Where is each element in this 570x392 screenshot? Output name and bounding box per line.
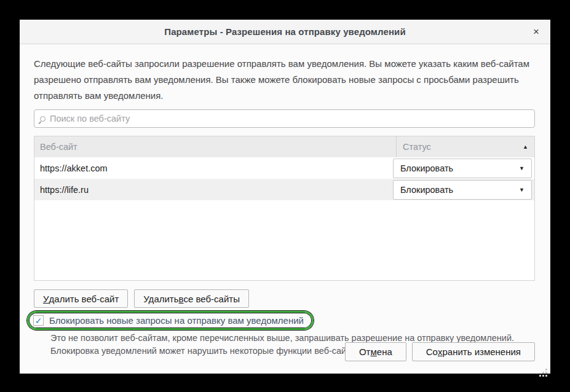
chevron-down-icon: ▼ <box>519 165 524 171</box>
dialog-footer: Отмена Сохранить изменения <box>345 342 535 361</box>
block-new-requests-label: Блокировать новые запросы на отправку ва… <box>49 315 304 326</box>
intro-text: Следующие веб-сайты запросили разрешение… <box>34 56 535 104</box>
dialog-title: Параметры - Разрешения на отправку уведо… <box>164 26 405 37</box>
status-dropdown-value: Блокировать <box>400 185 453 195</box>
site-url: https://life.ru <box>34 185 393 195</box>
table-actions: Удалить веб-сайт Удалить все веб-сайты <box>34 289 535 308</box>
search-box <box>34 109 535 128</box>
search-input[interactable] <box>50 114 529 123</box>
search-icon <box>40 116 46 122</box>
annotation-highlight-oval: ✓ Блокировать новые запросы на отправку … <box>27 311 314 330</box>
notification-permissions-dialog: Параметры - Разрешения на отправку уведо… <box>20 20 550 374</box>
table-row[interactable]: https://akket.com Блокировать ▼ <box>34 157 534 179</box>
table-header: Веб-сайт Статус ▲ <box>34 136 534 157</box>
table-row[interactable]: https://life.ru Блокировать ▼ <box>34 179 534 200</box>
close-icon[interactable]: × <box>529 25 544 39</box>
status-dropdown[interactable]: Блокировать ▼ <box>393 159 532 178</box>
block-new-requests-checkbox[interactable]: ✓ <box>33 315 44 326</box>
sites-table: Веб-сайт Статус ▲ https://akket.com Блок… <box>34 136 535 281</box>
dialog-body: Следующие веб-сайты запросили разрешение… <box>20 44 550 374</box>
site-url: https://akket.com <box>34 163 393 173</box>
column-header-site[interactable]: Веб-сайт <box>34 136 396 157</box>
chevron-down-icon: ▼ <box>519 187 524 193</box>
resize-grip[interactable] <box>545 369 547 370</box>
save-changes-button[interactable]: Сохранить изменения <box>412 342 535 361</box>
status-dropdown[interactable]: Блокировать ▼ <box>393 180 532 200</box>
status-dropdown-value: Блокировать <box>400 163 453 173</box>
remove-site-button[interactable]: Удалить веб-сайт <box>34 289 128 308</box>
remove-all-sites-button[interactable]: Удалить все веб-сайты <box>134 289 249 308</box>
column-header-status-label: Статус <box>403 142 431 152</box>
dialog-titlebar: Параметры - Разрешения на отправку уведо… <box>20 20 550 44</box>
sort-ascending-icon[interactable]: ▲ <box>523 144 528 150</box>
column-header-status[interactable]: Статус ▲ <box>396 136 534 157</box>
cancel-button[interactable]: Отмена <box>345 342 406 361</box>
